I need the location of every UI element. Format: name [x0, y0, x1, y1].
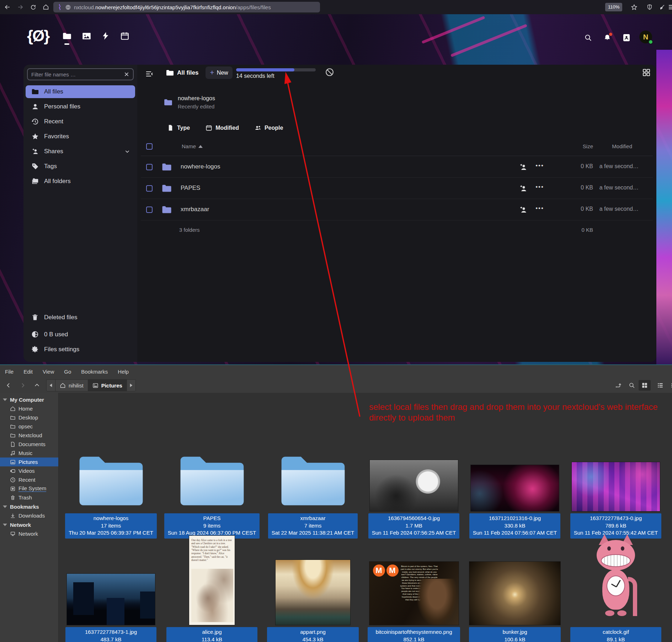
sidebar-item-pictures[interactable]: Pictures [0, 458, 58, 466]
fm-search-icon[interactable] [626, 380, 638, 391]
grid-item-folder[interactable]: nowhere-logos 17 items Thu 20 Mar 2025 0… [60, 407, 161, 539]
file-name[interactable]: nowhere-logos [181, 163, 220, 170]
menu-bookmarks[interactable]: Bookmarks [76, 369, 113, 375]
notifications-bell-icon[interactable] [602, 32, 613, 43]
path-segment-pictures[interactable]: Pictures [88, 380, 127, 391]
select-all-checkbox[interactable] [146, 143, 153, 150]
sidebar-item-recent[interactable]: Recent [26, 115, 135, 128]
sidebar-item-videos[interactable]: Videos [0, 466, 58, 475]
menu-view[interactable]: View [38, 369, 59, 375]
sidebar-item-all-folders[interactable]: All folders [26, 175, 135, 188]
grid-item-folder[interactable]: xmrbazaar 7 items Sat 22 Mar 2025 11:38:… [262, 407, 363, 539]
sidebar-toggle-icon[interactable] [145, 70, 154, 78]
grid-item-image[interactable]: M M Bitcoin is part of the system, Neo. … [363, 531, 464, 642]
grid-view-toggle-icon[interactable] [642, 68, 651, 77]
sidebar-item-opsec[interactable]: opsec [0, 422, 58, 431]
sidebar-item-files-settings[interactable]: Files settings [31, 346, 79, 353]
shield-icon[interactable] [644, 2, 655, 12]
file-name[interactable]: xmrbazaar [181, 206, 209, 213]
column-header-modified[interactable]: Modified [612, 143, 632, 149]
sidebar-item-network[interactable]: Network [0, 529, 58, 538]
actions-menu-icon[interactable]: ••• [535, 183, 544, 191]
sidebar-item-downloads[interactable]: Downloads [0, 511, 58, 520]
toolbar-overflow-icon[interactable] [668, 380, 672, 391]
section-bookmarks[interactable]: Bookmarks [0, 502, 58, 511]
app-photos-icon[interactable] [80, 31, 92, 46]
share-icon[interactable] [519, 184, 528, 193]
bookmark-star-icon[interactable] [629, 2, 639, 12]
share-icon[interactable] [519, 205, 528, 214]
table-row[interactable]: nowhere-logos ••• 0 KB a few second… [141, 156, 653, 178]
app-calendar-icon[interactable] [119, 31, 131, 46]
menu-hamburger-icon[interactable] [666, 2, 672, 12]
sidebar-item-desktop[interactable]: Desktop [0, 413, 58, 422]
sidebar-item-favorites[interactable]: Favorites [26, 130, 135, 143]
column-header-name[interactable]: Name [182, 143, 196, 149]
fm-back-icon[interactable] [3, 380, 14, 391]
menu-edit[interactable]: Edit [18, 369, 38, 375]
sidebar-item-home[interactable]: Home [0, 404, 58, 413]
path-scroll-right-icon[interactable] [127, 380, 135, 391]
sidebar-item-shares[interactable]: Shares [26, 145, 135, 158]
fm-up-icon[interactable] [31, 380, 43, 391]
filter-files-input[interactable] [31, 71, 124, 77]
row-checkbox[interactable] [146, 185, 153, 192]
sidebar-item-quota[interactable]: 0 B used [31, 331, 68, 338]
grid-item-image[interactable]: One day Alice came to a fork in a tree a… [161, 493, 262, 642]
grid-item-image[interactable]: appart.png 454.3 kB Thu 06 Feb 2025 06:2… [262, 531, 363, 642]
file-name[interactable]: PAPES [181, 184, 200, 192]
path-scroll-left-icon[interactable] [47, 380, 55, 391]
table-row[interactable]: xmrbazaar ••• 0 KB a few second… [141, 199, 653, 220]
sidebar-item-documents[interactable]: Documents [0, 440, 58, 449]
home-icon[interactable] [41, 2, 51, 12]
fm-forward-icon[interactable] [17, 380, 28, 391]
grid-item-image[interactable]: 1637121021316-0.jpg 330.8 kB Sun 11 Feb … [464, 407, 565, 539]
new-button[interactable]: + New [206, 66, 233, 79]
menu-go[interactable]: Go [59, 369, 76, 375]
sidebar-item-tags[interactable]: Tags [26, 160, 135, 173]
url-bar[interactable]: nxtcloud.nowherejezfoltodf4jiyl6r56jnzin… [53, 2, 320, 12]
grid-item-image[interactable]: bunker.jpg 100.6 kB Sun 15 Dec 2024 10:1… [464, 531, 565, 642]
app-activity-icon[interactable] [100, 31, 112, 46]
icon-view-toggle[interactable] [639, 380, 651, 391]
zoom-level-badge[interactable]: 110% [605, 3, 622, 11]
cleaner-broom-icon[interactable] [656, 2, 667, 12]
sidebar-item-recent[interactable]: Recent [0, 475, 58, 484]
table-row[interactable]: PAPES ••• 0 KB a few second… [141, 178, 653, 199]
actions-menu-icon[interactable]: ••• [535, 205, 544, 212]
row-checkbox[interactable] [146, 207, 153, 213]
clear-filter-icon[interactable] [124, 71, 129, 77]
onion-icon[interactable] [65, 5, 71, 10]
section-my-computer[interactable]: My Computer [0, 395, 58, 404]
list-view-toggle[interactable] [654, 380, 666, 391]
column-header-size[interactable]: Size [583, 143, 593, 149]
menu-help[interactable]: Help [113, 369, 134, 375]
new-tab-icon[interactable] [612, 380, 624, 391]
chevron-down-icon[interactable] [124, 149, 130, 154]
breadcrumb[interactable]: All files [177, 69, 198, 76]
filter-chip-modified[interactable]: Modified [206, 124, 239, 131]
share-icon[interactable] [519, 163, 528, 171]
sidebar-item-personal-files[interactable]: Personal files [26, 100, 135, 113]
sidebar-item-nextcloud[interactable]: Nextcloud [0, 431, 58, 440]
sidebar-item-file-system[interactable]: File System [0, 484, 58, 493]
filter-chip-people[interactable]: People [255, 124, 283, 131]
grid-item-image[interactable]: 1637722778473-1.jpg 483.7 kB Sun 11 Feb … [60, 531, 161, 642]
contacts-icon[interactable] [621, 32, 632, 43]
path-segment-home[interactable]: nihilist [55, 380, 88, 391]
filter-files-field[interactable] [27, 68, 134, 80]
breadcrumb-folder-icon[interactable] [166, 69, 174, 77]
sidebar-item-all-files[interactable]: All files [26, 85, 135, 98]
cancel-upload-icon[interactable] [325, 68, 334, 77]
tor-circuit-icon[interactable] [57, 4, 63, 10]
section-network[interactable]: Network [0, 520, 58, 529]
grid-item-image[interactable]: 1636794560654-0.jpg 1.7 MB Sun 11 Feb 20… [363, 407, 464, 539]
forward-icon[interactable] [15, 2, 26, 12]
sidebar-item-deleted-files[interactable]: Deleted files [31, 314, 78, 321]
menu-file[interactable]: File [0, 369, 18, 375]
recommended-file-card[interactable]: nowhere-logos Recently edited [164, 95, 215, 109]
app-files-icon[interactable] [61, 31, 73, 46]
sidebar-item-music[interactable]: Music [0, 449, 58, 458]
sidebar-item-trash[interactable]: Trash [0, 493, 58, 502]
filter-chip-type[interactable]: Type [167, 124, 190, 131]
